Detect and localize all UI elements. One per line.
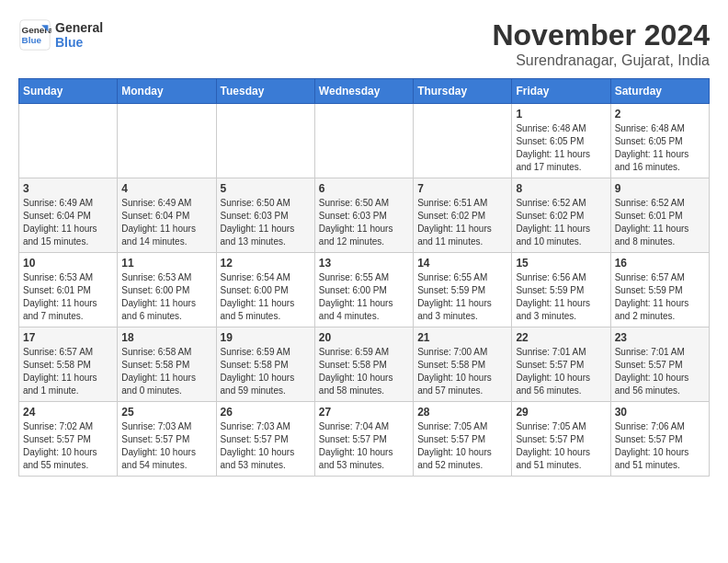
week-row-3: 10Sunrise: 6:53 AM Sunset: 6:01 PM Dayli…: [19, 253, 710, 327]
calendar-cell: 23Sunrise: 7:01 AM Sunset: 5:57 PM Dayli…: [610, 327, 709, 402]
day-number: 9: [615, 182, 705, 195]
day-info: Sunrise: 6:48 AM Sunset: 6:05 PM Dayligh…: [516, 122, 606, 174]
calendar-cell: 9Sunrise: 6:52 AM Sunset: 6:01 PM Daylig…: [610, 178, 709, 253]
weekday-header-friday: Friday: [512, 79, 610, 104]
page-header: General Blue General Blue November 2024 …: [18, 18, 710, 69]
day-number: 1: [516, 108, 606, 121]
day-number: 2: [615, 108, 705, 121]
calendar-cell: 8Sunrise: 6:52 AM Sunset: 6:02 PM Daylig…: [512, 178, 610, 253]
svg-text:Blue: Blue: [22, 35, 42, 45]
calendar-cell: 19Sunrise: 6:59 AM Sunset: 5:58 PM Dayli…: [216, 327, 314, 402]
day-info: Sunrise: 6:55 AM Sunset: 6:00 PM Dayligh…: [319, 271, 409, 323]
day-number: 11: [121, 257, 211, 270]
weekday-header-row: SundayMondayTuesdayWednesdayThursdayFrid…: [19, 79, 710, 104]
day-info: Sunrise: 6:53 AM Sunset: 6:00 PM Dayligh…: [121, 271, 211, 323]
day-info: Sunrise: 6:49 AM Sunset: 6:04 PM Dayligh…: [23, 197, 113, 248]
week-row-4: 17Sunrise: 6:57 AM Sunset: 5:58 PM Dayli…: [19, 327, 710, 402]
day-info: Sunrise: 7:03 AM Sunset: 5:57 PM Dayligh…: [221, 420, 311, 472]
calendar-cell: 5Sunrise: 6:50 AM Sunset: 6:03 PM Daylig…: [216, 178, 314, 253]
day-info: Sunrise: 6:48 AM Sunset: 6:05 PM Dayligh…: [615, 122, 705, 174]
day-number: 27: [319, 406, 409, 419]
day-info: Sunrise: 6:51 AM Sunset: 6:02 PM Dayligh…: [417, 197, 507, 248]
day-number: 28: [417, 406, 507, 419]
calendar-cell: [314, 104, 413, 178]
day-info: Sunrise: 7:03 AM Sunset: 5:57 PM Dayligh…: [121, 420, 211, 472]
calendar-cell: 1Sunrise: 6:48 AM Sunset: 6:05 PM Daylig…: [512, 104, 610, 178]
weekday-header-monday: Monday: [118, 79, 216, 104]
day-number: 26: [221, 406, 311, 419]
calendar-cell: 26Sunrise: 7:03 AM Sunset: 5:57 PM Dayli…: [216, 402, 314, 477]
calendar-cell: 15Sunrise: 6:56 AM Sunset: 5:59 PM Dayli…: [512, 253, 610, 327]
calendar-cell: 4Sunrise: 6:49 AM Sunset: 6:04 PM Daylig…: [118, 178, 216, 253]
calendar-cell: 11Sunrise: 6:53 AM Sunset: 6:00 PM Dayli…: [118, 253, 216, 327]
day-number: 6: [319, 182, 409, 195]
day-info: Sunrise: 6:52 AM Sunset: 6:01 PM Dayligh…: [615, 197, 705, 248]
calendar-table: SundayMondayTuesdayWednesdayThursdayFrid…: [18, 78, 710, 477]
calendar-cell: [19, 104, 118, 178]
week-row-2: 3Sunrise: 6:49 AM Sunset: 6:04 PM Daylig…: [19, 178, 710, 253]
day-info: Sunrise: 6:56 AM Sunset: 5:59 PM Dayligh…: [516, 271, 606, 323]
day-info: Sunrise: 7:01 AM Sunset: 5:57 PM Dayligh…: [516, 346, 606, 397]
calendar-cell: 24Sunrise: 7:02 AM Sunset: 5:57 PM Dayli…: [19, 402, 118, 477]
calendar-cell: 16Sunrise: 6:57 AM Sunset: 5:59 PM Dayli…: [610, 253, 709, 327]
calendar-cell: 29Sunrise: 7:05 AM Sunset: 5:57 PM Dayli…: [512, 402, 610, 477]
title-block: November 2024 Surendranagar, Gujarat, In…: [492, 18, 710, 69]
calendar-cell: 10Sunrise: 6:53 AM Sunset: 6:01 PM Dayli…: [19, 253, 118, 327]
calendar-cell: 3Sunrise: 6:49 AM Sunset: 6:04 PM Daylig…: [19, 178, 118, 253]
weekday-header-wednesday: Wednesday: [314, 79, 413, 104]
calendar-cell: 6Sunrise: 6:50 AM Sunset: 6:03 PM Daylig…: [314, 178, 413, 253]
day-info: Sunrise: 7:00 AM Sunset: 5:58 PM Dayligh…: [417, 346, 507, 397]
day-number: 29: [516, 406, 606, 419]
day-number: 25: [121, 406, 211, 419]
day-info: Sunrise: 6:55 AM Sunset: 5:59 PM Dayligh…: [417, 271, 507, 323]
day-number: 13: [319, 257, 409, 270]
day-info: Sunrise: 6:52 AM Sunset: 6:02 PM Dayligh…: [516, 197, 606, 248]
day-number: 19: [221, 331, 311, 344]
logo-icon: General Blue: [18, 18, 51, 52]
calendar-cell: 30Sunrise: 7:06 AM Sunset: 5:57 PM Dayli…: [610, 402, 709, 477]
day-number: 14: [417, 257, 507, 270]
calendar-cell: [216, 104, 314, 178]
day-info: Sunrise: 6:54 AM Sunset: 6:00 PM Dayligh…: [221, 271, 311, 323]
day-info: Sunrise: 6:50 AM Sunset: 6:03 PM Dayligh…: [319, 197, 409, 248]
day-number: 20: [319, 331, 409, 344]
calendar-cell: 25Sunrise: 7:03 AM Sunset: 5:57 PM Dayli…: [118, 402, 216, 477]
calendar-cell: 13Sunrise: 6:55 AM Sunset: 6:00 PM Dayli…: [314, 253, 413, 327]
calendar-cell: 14Sunrise: 6:55 AM Sunset: 5:59 PM Dayli…: [414, 253, 512, 327]
day-info: Sunrise: 7:04 AM Sunset: 5:57 PM Dayligh…: [319, 420, 409, 472]
calendar-cell: 22Sunrise: 7:01 AM Sunset: 5:57 PM Dayli…: [512, 327, 610, 402]
calendar-cell: 12Sunrise: 6:54 AM Sunset: 6:00 PM Dayli…: [216, 253, 314, 327]
day-number: 8: [516, 182, 606, 195]
day-info: Sunrise: 7:05 AM Sunset: 5:57 PM Dayligh…: [516, 420, 606, 472]
weekday-header-saturday: Saturday: [610, 79, 709, 104]
day-info: Sunrise: 6:57 AM Sunset: 5:58 PM Dayligh…: [23, 346, 113, 397]
day-number: 30: [615, 406, 705, 419]
day-number: 7: [417, 182, 507, 195]
weekday-header-tuesday: Tuesday: [216, 79, 314, 104]
day-number: 21: [417, 331, 507, 344]
day-number: 5: [221, 182, 311, 195]
weekday-header-thursday: Thursday: [414, 79, 512, 104]
day-number: 24: [23, 406, 113, 419]
calendar-cell: 2Sunrise: 6:48 AM Sunset: 6:05 PM Daylig…: [610, 104, 709, 178]
location: Surendranagar, Gujarat, India: [492, 52, 710, 69]
day-info: Sunrise: 7:02 AM Sunset: 5:57 PM Dayligh…: [23, 420, 113, 472]
day-info: Sunrise: 7:01 AM Sunset: 5:57 PM Dayligh…: [615, 346, 705, 397]
calendar-cell: 21Sunrise: 7:00 AM Sunset: 5:58 PM Dayli…: [414, 327, 512, 402]
logo-general: General: [55, 20, 103, 35]
logo-blue: Blue: [55, 35, 103, 50]
calendar-cell: 18Sunrise: 6:58 AM Sunset: 5:58 PM Dayli…: [118, 327, 216, 402]
week-row-1: 1Sunrise: 6:48 AM Sunset: 6:05 PM Daylig…: [19, 104, 710, 178]
calendar-cell: [118, 104, 216, 178]
logo: General Blue General Blue: [18, 18, 103, 52]
day-info: Sunrise: 6:49 AM Sunset: 6:04 PM Dayligh…: [121, 197, 211, 248]
day-number: 4: [121, 182, 211, 195]
month-title: November 2024: [492, 18, 710, 52]
day-info: Sunrise: 6:53 AM Sunset: 6:01 PM Dayligh…: [23, 271, 113, 323]
calendar-cell: 20Sunrise: 6:59 AM Sunset: 5:58 PM Dayli…: [314, 327, 413, 402]
day-info: Sunrise: 6:50 AM Sunset: 6:03 PM Dayligh…: [221, 197, 311, 248]
day-number: 3: [23, 182, 113, 195]
day-info: Sunrise: 7:05 AM Sunset: 5:57 PM Dayligh…: [417, 420, 507, 472]
calendar-cell: [414, 104, 512, 178]
calendar-cell: 27Sunrise: 7:04 AM Sunset: 5:57 PM Dayli…: [314, 402, 413, 477]
